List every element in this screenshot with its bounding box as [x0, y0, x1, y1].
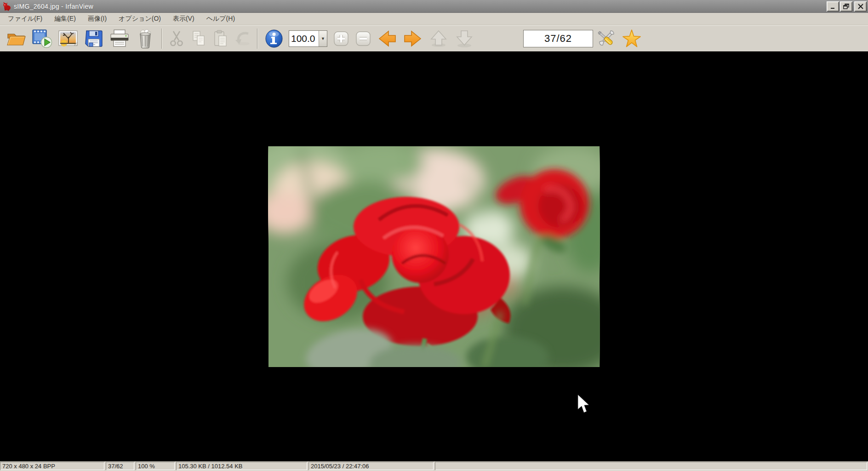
slideshow-button[interactable]	[29, 27, 55, 50]
star-icon	[622, 29, 642, 49]
undo-button[interactable]	[232, 27, 254, 50]
folder-open-icon	[6, 29, 27, 48]
window-title: sIMG_2604.jpg - IrfanView	[14, 3, 93, 10]
status-image-dimensions: 720 x 480 x 24 BPP	[0, 462, 104, 470]
status-empty	[435, 462, 867, 470]
cut-button[interactable]	[166, 27, 188, 50]
status-zoom-percent: 100 %	[136, 462, 175, 470]
first-image-button[interactable]	[426, 27, 451, 50]
last-image-button[interactable]	[451, 27, 477, 50]
copy-icon	[190, 30, 207, 47]
arrow-down-icon	[455, 29, 474, 48]
minimize-icon	[830, 4, 836, 9]
zoom-out-button[interactable]	[352, 27, 374, 50]
menu-file[interactable]: ファイル(F)	[2, 13, 48, 25]
info-icon	[264, 29, 284, 48]
minus-icon	[355, 31, 371, 46]
titlebar: sIMG_2604.jpg - IrfanView	[0, 0, 868, 13]
chevron-down-icon: ▼	[321, 36, 325, 41]
toolbar-separator	[161, 29, 162, 49]
undo-icon	[234, 30, 252, 47]
statusbar: 720 x 480 x 24 BPP 37/62 100 % 105.30 KB…	[0, 461, 868, 471]
tools-icon	[595, 28, 617, 49]
save-icon	[84, 29, 103, 48]
arrow-right-icon	[403, 30, 423, 47]
plus-icon	[333, 31, 349, 46]
copy-button[interactable]	[188, 27, 210, 50]
menu-options[interactable]: オプション(O)	[113, 13, 167, 25]
menubar: ファイル(F) 編集(E) 画像(I) オプション(O) 表示(V) ヘルプ(H…	[0, 13, 868, 25]
image-canvas[interactable]	[0, 52, 868, 461]
cut-icon	[168, 30, 185, 47]
status-file-position: 37/62	[106, 462, 134, 470]
page-indicator-field[interactable]: 37/62	[523, 30, 593, 47]
irfanview-window: sIMG_2604.jpg - IrfanView ファイル(F) 編集(E) …	[0, 0, 868, 471]
restore-icon	[843, 4, 849, 9]
status-file-size: 105.30 KB / 1012.54 KB	[176, 462, 307, 470]
toolbar-separator	[257, 29, 258, 49]
open-button[interactable]	[4, 27, 29, 50]
favorites-button[interactable]	[619, 27, 645, 50]
close-button[interactable]	[854, 1, 867, 11]
arrow-left-icon	[377, 30, 397, 47]
close-icon	[858, 4, 863, 9]
toolbar: ▼	[0, 25, 868, 52]
minimize-button[interactable]	[827, 1, 839, 11]
delete-icon	[136, 29, 154, 49]
menu-image[interactable]: 画像(I)	[82, 13, 113, 25]
print-icon	[109, 29, 130, 48]
properties-button[interactable]	[593, 27, 619, 50]
status-datetime: 2015/05/23 / 22:47:06	[308, 462, 434, 470]
menu-edit[interactable]: 編集(E)	[48, 13, 82, 25]
menu-help[interactable]: ヘルプ(H)	[200, 13, 241, 25]
paste-button[interactable]	[210, 27, 232, 50]
next-image-button[interactable]	[400, 27, 426, 50]
thumbnails-icon	[57, 29, 79, 48]
irfanview-mascot-icon	[2, 2, 11, 11]
photo-red-rose	[268, 146, 600, 367]
zoom-input[interactable]	[289, 31, 319, 46]
zoom-combo: ▼	[289, 30, 327, 47]
print-button[interactable]	[107, 27, 132, 50]
thumbnails-button[interactable]	[55, 27, 81, 50]
zoom-in-button[interactable]	[330, 27, 352, 50]
restore-button[interactable]	[840, 1, 852, 11]
previous-image-button[interactable]	[374, 27, 400, 50]
page-indicator-value: 37/62	[544, 33, 572, 45]
menu-view[interactable]: 表示(V)	[167, 13, 200, 25]
paste-icon	[212, 29, 229, 48]
mouse-cursor	[576, 394, 592, 415]
arrow-up-icon	[429, 29, 448, 48]
info-button[interactable]	[261, 27, 287, 50]
slideshow-icon	[32, 29, 53, 48]
delete-button[interactable]	[132, 27, 158, 50]
save-button[interactable]	[81, 27, 107, 50]
zoom-dropdown-button[interactable]: ▼	[319, 31, 327, 46]
